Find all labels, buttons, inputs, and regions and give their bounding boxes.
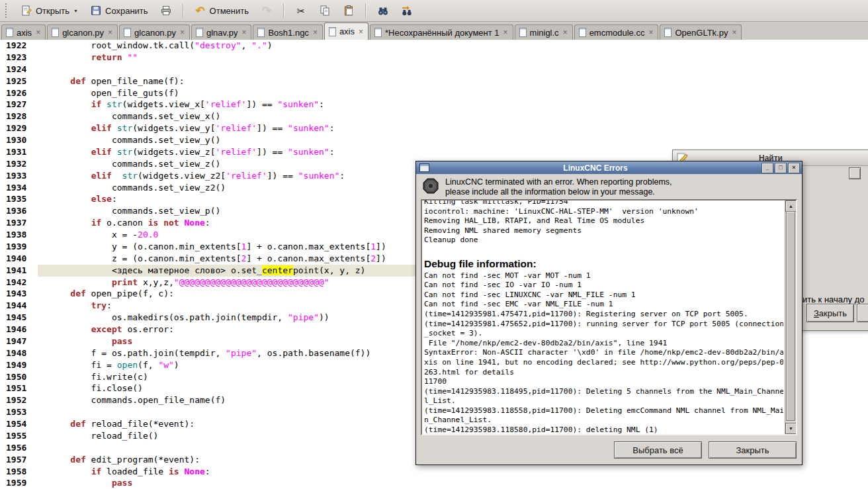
tab-label: *Несохранённый документ 1 (385, 28, 499, 38)
tab-close-icon[interactable]: × (358, 28, 364, 36)
code-line[interactable]: 1924 (0, 64, 868, 75)
code-line[interactable]: 1928 commands.set_view_x() (0, 111, 868, 122)
line-number: 1939 (0, 241, 38, 253)
undo-button[interactable]: ↶ Отменить (189, 1, 254, 20)
code-line[interactable]: 1930 commands.set_view_y() (0, 134, 868, 146)
log-line: (time=1412935983.118558,pid=11700): Dele… (424, 406, 783, 416)
log-line: (time=1412935983.118495,pid=11700): Dele… (424, 387, 783, 397)
line-number: 1942 (0, 277, 38, 289)
error-message-area: LinuxCNC terminated with an error. When … (416, 174, 802, 199)
code-line[interactable]: 1929 elif str(widgets.view_y['relief']) … (0, 122, 868, 134)
log-line: iocontrol: machine: 'LinuxCNC-HAL-STEP-M… (424, 207, 783, 217)
code-text: root_window.tk.call("destroy", ".") (38, 40, 868, 52)
log-line: Cleanup done (424, 236, 783, 245)
open-document-icon (21, 5, 32, 17)
log-line: (time=1412935981.475652,pid=11700): runn… (424, 320, 783, 330)
tab-axis[interactable]: axis× (1, 24, 46, 40)
line-number: 1952 (0, 394, 38, 406)
find-next-button[interactable] (857, 304, 868, 322)
tab-close-icon[interactable]: × (731, 28, 737, 36)
error-close-button[interactable]: Закрыть (709, 441, 797, 459)
copy-button[interactable] (314, 1, 336, 20)
code-line[interactable]: 1925 def open_file_name(f): (0, 75, 868, 87)
line-number: 1930 (0, 134, 38, 146)
clipboard-paste-icon (343, 5, 355, 17)
save-button[interactable]: Сохранить (85, 1, 153, 20)
line-number: 1948 (0, 347, 38, 359)
tab-opengltk.py[interactable]: OpenGLTk.py× (660, 24, 742, 40)
close-icon[interactable]: × (788, 163, 800, 173)
code-line[interactable]: 1923 return "" (0, 52, 868, 64)
code-text: def open_file_name(f): (38, 75, 868, 87)
line-number: 1925 (0, 75, 38, 87)
tab-close-icon[interactable]: × (503, 28, 509, 36)
find-close-button[interactable]: Закрыть (806, 304, 854, 322)
tab-glcanon.py[interactable]: glcanon.py× (47, 24, 118, 40)
line-number: 1931 (0, 146, 38, 158)
tab-glcanon.py[interactable]: glcanon.py× (119, 24, 190, 40)
scrollbar-thumb[interactable] (786, 211, 795, 421)
code-line[interactable]: 1959 pass (0, 477, 868, 489)
line-number: 1943 (0, 288, 38, 300)
error-message-line1: LinuxCNC terminated with an error. When … (445, 177, 672, 187)
log-line: SyntaxError: Non-ASCII character '\xd0' … (424, 348, 783, 358)
tab-bosh1.ngc[interactable]: Bosh1.ngc× (253, 24, 322, 40)
print-button[interactable] (155, 1, 177, 20)
window-icon (419, 163, 429, 172)
code-line[interactable]: 1927 if str(widgets.view_x['relief']) ==… (0, 99, 868, 111)
scroll-up-icon[interactable]: ▲ (785, 200, 797, 212)
document-icon (329, 27, 336, 36)
tab-label: Bosh1.ngc (268, 28, 308, 38)
log-scrollbar[interactable]: ▲ ▼ (785, 200, 796, 434)
find-button[interactable] (372, 1, 394, 20)
find-close-button-label: Закрыть (814, 308, 847, 318)
open-button[interactable]: Открыть ▼ (15, 1, 83, 20)
scroll-down-icon[interactable]: ▼ (785, 423, 797, 434)
line-number: 1950 (0, 371, 38, 383)
find-window-control[interactable] (849, 167, 861, 179)
undo-arrow-icon: ↶ (195, 5, 206, 17)
toolbar-grip[interactable] (5, 3, 10, 18)
log-line: Killing task milltask, PID=11754 (424, 199, 783, 207)
document-icon (196, 28, 203, 37)
line-number: 1940 (0, 253, 38, 265)
tab-close-icon[interactable]: × (179, 28, 185, 36)
tab-close-icon[interactable]: × (312, 28, 318, 36)
error-log-area[interactable]: Killing task milltask, PID=11754iocontro… (421, 199, 797, 435)
select-all-button-label: Выбрать всё (632, 445, 683, 455)
tab-close-icon[interactable]: × (241, 28, 247, 36)
select-all-button[interactable]: Выбрать всё (614, 441, 702, 459)
tab-close-icon[interactable]: × (562, 28, 568, 36)
line-number: 1944 (0, 300, 38, 312)
log-line: (time=1412935981.475471,pid=11700): Regi… (424, 310, 783, 320)
code-line[interactable]: 1922 root_window.tk.call("destroy", ".") (0, 40, 868, 52)
document-icon (374, 28, 382, 37)
tab-close-icon[interactable]: × (648, 28, 654, 36)
toolbar: Открыть ▼ Сохранить ↶ Отменить ↷ ✂ (0, 0, 868, 22)
tab-emcmodule.cc[interactable]: emcmodule.cc× (574, 24, 659, 40)
code-line[interactable]: 1958 if loaded_file is None: (0, 466, 868, 478)
tab-axis[interactable]: axis× (324, 22, 369, 40)
chevron-down-icon[interactable]: ▼ (73, 9, 78, 13)
cut-button[interactable]: ✂ (290, 1, 312, 20)
tab-close-icon[interactable]: × (35, 28, 41, 36)
log-line: Can not find -sec IO -var IO -num 1 (424, 281, 783, 290)
code-text: pass (38, 477, 868, 489)
error-dialog-titlebar[interactable]: LinuxCNC Errors _ □ × (416, 161, 802, 174)
maximize-button[interactable]: □ (775, 163, 787, 173)
tab-minigl.c[interactable]: minigl.c× (515, 24, 573, 40)
tab-glnav.py[interactable]: glnav.py× (191, 24, 251, 40)
line-number: 1946 (0, 324, 38, 335)
code-text: elif str(widgets.view_y['relief']) == "s… (38, 122, 868, 134)
minimize-button[interactable]: _ (761, 163, 773, 173)
tab-close-icon[interactable]: × (107, 28, 113, 36)
paste-button[interactable] (337, 1, 360, 20)
log-line: 11700 (424, 377, 783, 387)
error-log-text[interactable]: Killing task milltask, PID=11754iocontro… (424, 199, 783, 434)
tab--1[interactable]: *Несохранённый документ 1× (370, 24, 513, 40)
line-number: 1954 (0, 418, 38, 430)
linuxcnc-errors-dialog: LinuxCNC Errors _ □ × LinuxCNC terminate… (415, 161, 803, 465)
log-line: File "/home/nkp/emc2-dev-80db2a2/bin/axi… (424, 339, 783, 349)
replace-button[interactable] (396, 1, 418, 20)
code-line[interactable]: 1926 open_file_guts(f) (0, 87, 868, 99)
